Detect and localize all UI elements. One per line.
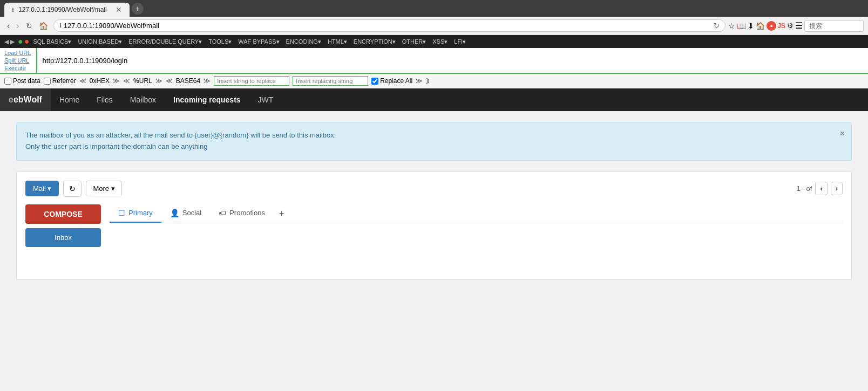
add-tab-button[interactable]: +: [274, 204, 289, 223]
nav-home[interactable]: Home: [51, 89, 88, 111]
reload-small-icon: ↻: [714, 22, 720, 30]
js-indicator: JS: [777, 22, 785, 30]
tab-primary-label: Primary: [128, 209, 153, 217]
tab-primary[interactable]: ☐ Primary: [110, 204, 161, 223]
replace-all-label: Replace All: [371, 77, 412, 85]
webwolf-navbar: eebWolf Home Files Mailbox Incoming requ…: [0, 88, 868, 111]
more-label: More ▾: [93, 184, 114, 193]
compose-button[interactable]: COMPOSE: [25, 204, 101, 224]
person-icon: 👤: [170, 209, 179, 217]
arrow-right-2: ≫: [155, 77, 162, 85]
webwolf-brand: eebWolf: [0, 88, 51, 111]
page-icon: ℹ: [12, 7, 14, 13]
forward-button[interactable]: ›: [13, 20, 22, 32]
extensions-button[interactable]: ⚙: [787, 22, 794, 30]
arrow-right-4: ≫: [416, 77, 423, 85]
search-input[interactable]: [804, 20, 864, 32]
hackbar-dot-red: ●: [24, 37, 30, 46]
mail-container: Mail ▾ ↻ More ▾ 1– of ‹ › COMPOSE Inbox: [16, 172, 852, 280]
tab-close[interactable]: ✕: [116, 5, 122, 14]
mail-sidebar: COMPOSE Inbox: [25, 204, 101, 271]
reload-button[interactable]: ↻: [23, 20, 35, 32]
mail-body: COMPOSE Inbox ☐ Primary 👤 Social: [25, 204, 843, 271]
pagination: 1– of ‹ ›: [796, 182, 843, 195]
back-button[interactable]: ‹: [4, 20, 12, 32]
main-content: × The mailbox of you as an attacker, all…: [0, 111, 868, 291]
download-button[interactable]: ⬇: [748, 22, 754, 30]
info-line1: The mailbox of you as an attacker, all t…: [25, 130, 843, 141]
home2-button[interactable]: 🏠: [756, 22, 765, 30]
pagination-text: 1– of: [796, 184, 812, 193]
double-arrow-right: ⟫: [426, 77, 430, 85]
insert-replacing-input[interactable]: [293, 76, 368, 86]
nav-mailbox[interactable]: Mailbox: [121, 89, 165, 111]
arrow-right-3: ≫: [204, 77, 211, 85]
hackbar-other[interactable]: OTHER▾: [399, 37, 429, 46]
mail-dropdown-button[interactable]: Mail ▾: [25, 181, 59, 196]
info-banner: × The mailbox of you as an attacker, all…: [16, 122, 852, 161]
hackbar-lfi[interactable]: LFI▾: [451, 37, 469, 46]
hackbar-toggle[interactable]: ◀ ▶: [4, 38, 15, 45]
referrer-checkbox-label: Referrer: [44, 77, 76, 85]
inbox-button[interactable]: Inbox: [25, 228, 101, 247]
tab-social[interactable]: 👤 Social: [161, 204, 210, 223]
tag-icon: 🏷: [219, 209, 226, 217]
inbox-tab-icon: ☐: [118, 209, 125, 217]
post-data-checkbox-label: Post data: [4, 77, 40, 85]
tab-title: 127.0.0.1:19090/WebWolf/mail: [18, 6, 107, 13]
mail-main: ☐ Primary 👤 Social 🏷 Promotions +: [110, 204, 843, 271]
tab-promotions-label: Promotions: [229, 209, 265, 217]
nav-files[interactable]: Files: [88, 89, 121, 111]
hackbar-html[interactable]: HTML▾: [325, 37, 350, 46]
inbox-label: Inbox: [55, 234, 72, 242]
load-url-button[interactable]: Load URL: [4, 50, 31, 56]
hackbar-error-double[interactable]: ERROR/DOUBLE QUERY▾: [126, 37, 205, 46]
hackbar-encoding[interactable]: ENCODING▾: [283, 37, 324, 46]
hackbar-dot-green: ●: [18, 37, 23, 46]
tab-promotions[interactable]: 🏷 Promotions: [210, 204, 274, 223]
hackbar-waf-bypass[interactable]: WAF BYPASS▾: [235, 37, 282, 46]
nav-incoming-requests[interactable]: Incoming requests: [165, 89, 249, 111]
info-line2: Only the user part is important the doma…: [25, 141, 843, 153]
hackbar-encryption[interactable]: ENCRYPTION▾: [351, 37, 398, 46]
next-page-button[interactable]: ›: [831, 182, 843, 195]
mail-toolbar: Mail ▾ ↻ More ▾ 1– of ‹ ›: [25, 181, 843, 197]
base64-label: BASE64: [176, 77, 200, 85]
tab-social-label: Social: [182, 209, 201, 217]
hex-label: 0xHEX: [90, 77, 110, 85]
mail-tabs: ☐ Primary 👤 Social 🏷 Promotions +: [110, 204, 843, 223]
ssl-icon: ℹ: [59, 22, 62, 29]
more-button[interactable]: More ▾: [86, 181, 121, 196]
bookmark-button[interactable]: ☆: [728, 22, 735, 30]
prev-page-button[interactable]: ‹: [815, 182, 827, 195]
new-tab-button[interactable]: +: [132, 3, 144, 15]
arrow-left-1: ≪: [79, 77, 86, 85]
hackbar-url-input[interactable]: [36, 48, 868, 73]
home-button[interactable]: 🏠: [36, 20, 51, 32]
hackbar-xss[interactable]: XSS▾: [430, 37, 450, 46]
arrow-left-3: ≪: [166, 77, 173, 85]
split-url-button[interactable]: Split URL: [4, 57, 31, 64]
avatar-icon: ●: [767, 21, 776, 31]
refresh-button[interactable]: ↻: [63, 181, 82, 197]
insert-replace-input[interactable]: [214, 76, 289, 86]
arrow-left-2: ≪: [123, 77, 130, 85]
replace-all-checkbox[interactable]: [371, 78, 378, 85]
compose-label: COMPOSE: [44, 210, 83, 218]
hackbar-sql-basics[interactable]: SQL BASICS▾: [30, 37, 74, 46]
arrow-right-1: ≫: [113, 77, 120, 85]
mail-inbox-content: [110, 228, 843, 271]
execute-button[interactable]: Execute: [4, 65, 31, 71]
ebook-button[interactable]: 📖: [737, 22, 746, 30]
post-data-checkbox[interactable]: [4, 78, 11, 85]
nav-jwt[interactable]: JWT: [249, 89, 282, 111]
info-close-button[interactable]: ×: [840, 127, 845, 141]
address-input[interactable]: [64, 22, 712, 30]
hackbar-tools[interactable]: TOOLS▾: [206, 37, 234, 46]
menu-button[interactable]: ☰: [795, 20, 803, 31]
mail-label: Mail ▾: [33, 184, 51, 193]
referrer-checkbox[interactable]: [44, 78, 51, 85]
url-label: %URL: [133, 77, 152, 85]
hackbar-union-based[interactable]: UNION BASED▾: [75, 37, 125, 46]
